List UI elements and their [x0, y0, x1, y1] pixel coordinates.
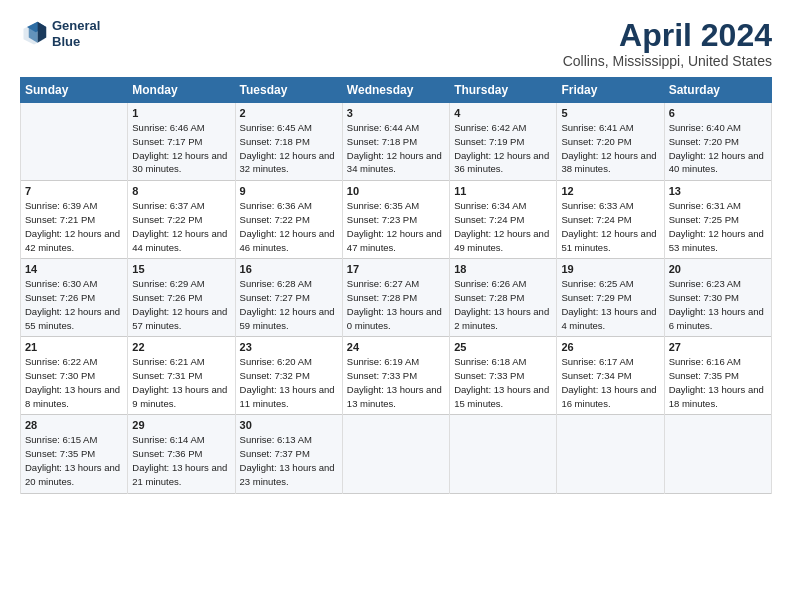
sunset-text: Sunset: 7:32 PM: [240, 369, 338, 383]
daylight-text: Daylight: 12 hours and 34 minutes.: [347, 149, 445, 177]
cell-content: Sunrise: 6:14 AMSunset: 7:36 PMDaylight:…: [132, 433, 230, 488]
calendar-row-1: 7Sunrise: 6:39 AMSunset: 7:21 PMDaylight…: [21, 181, 772, 259]
col-header-friday: Friday: [557, 78, 664, 103]
calendar-cell: 27Sunrise: 6:16 AMSunset: 7:35 PMDayligh…: [664, 337, 771, 415]
calendar-cell: 13Sunrise: 6:31 AMSunset: 7:25 PMDayligh…: [664, 181, 771, 259]
calendar-cell: 24Sunrise: 6:19 AMSunset: 7:33 PMDayligh…: [342, 337, 449, 415]
calendar-cell: [342, 415, 449, 493]
daylight-text: Daylight: 12 hours and 55 minutes.: [25, 305, 123, 333]
calendar-cell: 3Sunrise: 6:44 AMSunset: 7:18 PMDaylight…: [342, 103, 449, 181]
day-number: 10: [347, 185, 445, 197]
cell-content: Sunrise: 6:37 AMSunset: 7:22 PMDaylight:…: [132, 199, 230, 254]
daylight-text: Daylight: 12 hours and 32 minutes.: [240, 149, 338, 177]
sunset-text: Sunset: 7:23 PM: [347, 213, 445, 227]
daylight-text: Daylight: 13 hours and 20 minutes.: [25, 461, 123, 489]
day-number: 2: [240, 107, 338, 119]
calendar-cell: 20Sunrise: 6:23 AMSunset: 7:30 PMDayligh…: [664, 259, 771, 337]
day-number: 28: [25, 419, 123, 431]
col-header-wednesday: Wednesday: [342, 78, 449, 103]
calendar-cell: 26Sunrise: 6:17 AMSunset: 7:34 PMDayligh…: [557, 337, 664, 415]
calendar-cell: 23Sunrise: 6:20 AMSunset: 7:32 PMDayligh…: [235, 337, 342, 415]
sunset-text: Sunset: 7:37 PM: [240, 447, 338, 461]
day-number: 22: [132, 341, 230, 353]
cell-content: Sunrise: 6:26 AMSunset: 7:28 PMDaylight:…: [454, 277, 552, 332]
sunrise-text: Sunrise: 6:31 AM: [669, 199, 767, 213]
daylight-text: Daylight: 13 hours and 21 minutes.: [132, 461, 230, 489]
cell-content: Sunrise: 6:27 AMSunset: 7:28 PMDaylight:…: [347, 277, 445, 332]
daylight-text: Daylight: 13 hours and 0 minutes.: [347, 305, 445, 333]
calendar-cell: 7Sunrise: 6:39 AMSunset: 7:21 PMDaylight…: [21, 181, 128, 259]
day-number: 24: [347, 341, 445, 353]
page: General Blue April 2024 Collins, Mississ…: [0, 0, 792, 612]
calendar-row-2: 14Sunrise: 6:30 AMSunset: 7:26 PMDayligh…: [21, 259, 772, 337]
calendar-cell: 5Sunrise: 6:41 AMSunset: 7:20 PMDaylight…: [557, 103, 664, 181]
calendar-cell: 2Sunrise: 6:45 AMSunset: 7:18 PMDaylight…: [235, 103, 342, 181]
daylight-text: Daylight: 13 hours and 8 minutes.: [25, 383, 123, 411]
day-number: 21: [25, 341, 123, 353]
sunset-text: Sunset: 7:27 PM: [240, 291, 338, 305]
sunrise-text: Sunrise: 6:40 AM: [669, 121, 767, 135]
sunrise-text: Sunrise: 6:21 AM: [132, 355, 230, 369]
day-number: 13: [669, 185, 767, 197]
header-row: SundayMondayTuesdayWednesdayThursdayFrid…: [21, 78, 772, 103]
calendar-cell: 15Sunrise: 6:29 AMSunset: 7:26 PMDayligh…: [128, 259, 235, 337]
calendar-cell: 14Sunrise: 6:30 AMSunset: 7:26 PMDayligh…: [21, 259, 128, 337]
cell-content: Sunrise: 6:39 AMSunset: 7:21 PMDaylight:…: [25, 199, 123, 254]
day-number: 20: [669, 263, 767, 275]
sunrise-text: Sunrise: 6:46 AM: [132, 121, 230, 135]
col-header-tuesday: Tuesday: [235, 78, 342, 103]
day-number: 18: [454, 263, 552, 275]
sunset-text: Sunset: 7:33 PM: [347, 369, 445, 383]
day-number: 9: [240, 185, 338, 197]
sunset-text: Sunset: 7:31 PM: [132, 369, 230, 383]
day-number: 1: [132, 107, 230, 119]
daylight-text: Daylight: 13 hours and 6 minutes.: [669, 305, 767, 333]
sunrise-text: Sunrise: 6:37 AM: [132, 199, 230, 213]
cell-content: Sunrise: 6:35 AMSunset: 7:23 PMDaylight:…: [347, 199, 445, 254]
main-title: April 2024: [563, 18, 772, 53]
calendar-row-3: 21Sunrise: 6:22 AMSunset: 7:30 PMDayligh…: [21, 337, 772, 415]
daylight-text: Daylight: 12 hours and 59 minutes.: [240, 305, 338, 333]
day-number: 15: [132, 263, 230, 275]
header: General Blue April 2024 Collins, Mississ…: [20, 18, 772, 69]
daylight-text: Daylight: 12 hours and 36 minutes.: [454, 149, 552, 177]
sunrise-text: Sunrise: 6:39 AM: [25, 199, 123, 213]
calendar-row-0: 1Sunrise: 6:46 AMSunset: 7:17 PMDaylight…: [21, 103, 772, 181]
calendar-cell: 12Sunrise: 6:33 AMSunset: 7:24 PMDayligh…: [557, 181, 664, 259]
cell-content: Sunrise: 6:44 AMSunset: 7:18 PMDaylight:…: [347, 121, 445, 176]
cell-content: Sunrise: 6:13 AMSunset: 7:37 PMDaylight:…: [240, 433, 338, 488]
sunrise-text: Sunrise: 6:30 AM: [25, 277, 123, 291]
day-number: 11: [454, 185, 552, 197]
sunset-text: Sunset: 7:22 PM: [132, 213, 230, 227]
sunset-text: Sunset: 7:24 PM: [561, 213, 659, 227]
sunrise-text: Sunrise: 6:26 AM: [454, 277, 552, 291]
daylight-text: Daylight: 13 hours and 11 minutes.: [240, 383, 338, 411]
sunrise-text: Sunrise: 6:13 AM: [240, 433, 338, 447]
daylight-text: Daylight: 13 hours and 13 minutes.: [347, 383, 445, 411]
cell-content: Sunrise: 6:21 AMSunset: 7:31 PMDaylight:…: [132, 355, 230, 410]
sunrise-text: Sunrise: 6:33 AM: [561, 199, 659, 213]
calendar-cell: 28Sunrise: 6:15 AMSunset: 7:35 PMDayligh…: [21, 415, 128, 493]
cell-content: Sunrise: 6:46 AMSunset: 7:17 PMDaylight:…: [132, 121, 230, 176]
cell-content: Sunrise: 6:41 AMSunset: 7:20 PMDaylight:…: [561, 121, 659, 176]
calendar-cell: 22Sunrise: 6:21 AMSunset: 7:31 PMDayligh…: [128, 337, 235, 415]
sunrise-text: Sunrise: 6:15 AM: [25, 433, 123, 447]
daylight-text: Daylight: 13 hours and 2 minutes.: [454, 305, 552, 333]
sunrise-text: Sunrise: 6:29 AM: [132, 277, 230, 291]
day-number: 26: [561, 341, 659, 353]
logo-text: General Blue: [52, 18, 100, 49]
daylight-text: Daylight: 12 hours and 53 minutes.: [669, 227, 767, 255]
daylight-text: Daylight: 12 hours and 47 minutes.: [347, 227, 445, 255]
daylight-text: Daylight: 12 hours and 49 minutes.: [454, 227, 552, 255]
sunrise-text: Sunrise: 6:42 AM: [454, 121, 552, 135]
cell-content: Sunrise: 6:29 AMSunset: 7:26 PMDaylight:…: [132, 277, 230, 332]
calendar-cell: 21Sunrise: 6:22 AMSunset: 7:30 PMDayligh…: [21, 337, 128, 415]
day-number: 14: [25, 263, 123, 275]
col-header-sunday: Sunday: [21, 78, 128, 103]
cell-content: Sunrise: 6:45 AMSunset: 7:18 PMDaylight:…: [240, 121, 338, 176]
calendar-cell: 30Sunrise: 6:13 AMSunset: 7:37 PMDayligh…: [235, 415, 342, 493]
sunrise-text: Sunrise: 6:16 AM: [669, 355, 767, 369]
sunrise-text: Sunrise: 6:20 AM: [240, 355, 338, 369]
sunrise-text: Sunrise: 6:17 AM: [561, 355, 659, 369]
calendar-row-4: 28Sunrise: 6:15 AMSunset: 7:35 PMDayligh…: [21, 415, 772, 493]
